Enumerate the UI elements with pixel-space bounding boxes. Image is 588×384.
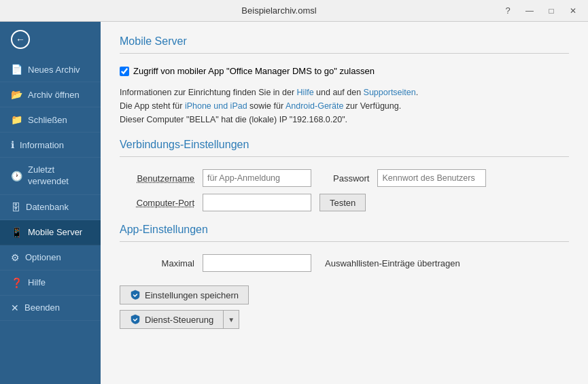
sidebar-item-label: Information (20, 140, 64, 150)
info-line1-text: Informationen zur Einrichtung finden Sie… (120, 88, 297, 97)
hilfe-icon: ❓ (11, 277, 22, 288)
back-icon: ← (11, 30, 30, 49)
sidebar-item-label: Schließen (28, 115, 67, 125)
verbindungs-heading: Verbindungs-Einstellungen (120, 139, 569, 151)
hilfe-link[interactable]: Hilfe (297, 88, 314, 97)
title-bar: Beispielarchiv.omsl ? — □ ✕ (0, 0, 588, 22)
dropdown-arrow-icon: ▼ (228, 316, 235, 324)
info-period: . (416, 88, 418, 97)
computer-port-label: Computer-Port (120, 198, 194, 208)
einstellungen-speichern-label: Einstellungen speichern (145, 290, 239, 300)
datenbank-icon: 🗄 (11, 202, 20, 213)
shield-dienst-icon (130, 314, 141, 325)
sidebar-item-hilfe[interactable]: ❓ Hilfe (0, 270, 101, 296)
sidebar-item-neues-archiv[interactable]: 📄 Neues Archiv (0, 57, 101, 82)
einstellungen-speichern-button[interactable]: Einstellungen speichern (120, 285, 249, 304)
dienst-steuerung-main-button[interactable]: Dienst-Steuerung (120, 310, 223, 329)
sidebar-item-label: Beenden (24, 302, 60, 313)
mobile-server-icon: 📱 (11, 227, 22, 238)
bottom-buttons: Einstellungen speichern Dienst-Steuerung… (120, 285, 569, 329)
information-icon: ℹ (11, 139, 14, 150)
testen-button[interactable]: Testen (319, 194, 366, 211)
maximal-row: Maximal 100 Auswahllisten-Einträge übert… (120, 254, 569, 272)
mobile-server-heading: Mobile Server (120, 35, 569, 48)
window-title: Beispielarchiv.omsl (60, 5, 498, 16)
computer-port-input[interactable]: 211 (203, 194, 311, 211)
sidebar-item-mobile-server[interactable]: 📱 Mobile Server (0, 220, 101, 245)
info-end2-text: zur Verfügung. (343, 101, 401, 111)
maximal-input[interactable]: 100 (203, 254, 311, 272)
sidebar-item-label: Optionen (25, 252, 61, 262)
sidebar-item-optionen[interactable]: ⚙ Optionen (0, 245, 101, 270)
passwort-input[interactable] (377, 169, 486, 187)
app-heading: App-Einstellungen (120, 224, 569, 236)
access-checkbox-label: Zugriff von mobiler App "Office Manager … (133, 66, 375, 76)
benutzername-label: Benutzername (120, 173, 194, 184)
beenden-icon: ✕ (11, 302, 19, 313)
supportseiten-link[interactable]: Supportseiten (364, 88, 416, 97)
sidebar-item-beenden[interactable]: ✕ Beenden (0, 296, 101, 321)
info-line3-text: Dieser Computer "BELLA" hat die (lokale)… (120, 115, 347, 124)
maximize-button[interactable]: □ (542, 3, 561, 18)
android-link[interactable]: Android-Geräte (286, 101, 343, 111)
computer-port-row: Computer-Port 211 Testen (120, 194, 569, 211)
info-text-block: Informationen zur Einrichtung finden Sie… (120, 86, 569, 126)
schliessen-icon: 📁 (11, 114, 22, 125)
sidebar-item-label: Zuletzt verwendet (28, 164, 90, 188)
close-button[interactable]: ✕ (564, 3, 583, 18)
sidebar: ← 📄 Neues Archiv 📂 Archiv öffnen 📁 Schli… (0, 22, 101, 384)
sidebar-item-archiv-offnen[interactable]: 📂 Archiv öffnen (0, 82, 101, 107)
main-layout: ← 📄 Neues Archiv 📂 Archiv öffnen 📁 Schli… (0, 22, 588, 384)
verbindungs-section: Verbindungs-Einstellungen Benutzername P… (120, 139, 569, 211)
app-einstellungen-section: App-Einstellungen Maximal 100 Auswahllis… (120, 224, 569, 272)
sidebar-item-label: Datenbank (26, 202, 69, 212)
sidebar-item-schliessen[interactable]: 📁 Schließen (0, 107, 101, 133)
heading-divider (120, 53, 569, 54)
info-line2-text: Die App steht für (120, 101, 185, 111)
help-button[interactable]: ? (498, 3, 517, 18)
sidebar-item-label: Mobile Server (28, 227, 82, 237)
benutzername-passwort-row: Benutzername Passwort (120, 169, 569, 187)
sidebar-item-zuletzt-verwendet[interactable]: 🕐 Zuletzt verwendet (0, 158, 101, 195)
shield-save-icon (130, 290, 141, 300)
content-area: Mobile Server Zugriff von mobiler App "O… (101, 22, 588, 384)
sidebar-item-label: Hilfe (28, 277, 46, 287)
sidebar-item-label: Archiv öffnen (28, 90, 80, 100)
window-controls: ? — □ ✕ (498, 3, 583, 18)
optionen-icon: ⚙ (11, 252, 20, 263)
zuletzt-verwendet-icon: 🕐 (11, 171, 22, 181)
minimize-button[interactable]: — (520, 3, 539, 18)
maximal-label: Maximal (120, 258, 194, 268)
dienst-steuerung-dropdown-button[interactable]: ▼ (223, 310, 239, 329)
archiv-offnen-icon: 📂 (11, 89, 22, 100)
sidebar-back-button[interactable]: ← (0, 22, 101, 57)
auswahl-text: Auswahllisten-Einträge übertragen (325, 258, 460, 268)
dienst-steuerung-label: Dienst-Steuerung (145, 315, 213, 325)
sidebar-item-label: Neues Archiv (28, 65, 80, 75)
neues-archiv-icon: 📄 (11, 64, 22, 75)
benutzername-input[interactable] (203, 169, 311, 187)
info-mid2-text: sowie für (247, 101, 286, 111)
access-checkbox-row: Zugriff von mobiler App "Office Manager … (120, 66, 569, 76)
access-checkbox[interactable] (120, 67, 129, 76)
info-mid1-text: und auf den (314, 88, 364, 97)
dienst-steuerung-split-button: Dienst-Steuerung ▼ (120, 310, 239, 329)
passwort-label: Passwort (333, 173, 369, 184)
verbindungs-divider (120, 156, 569, 157)
sidebar-item-information[interactable]: ℹ Information (0, 133, 101, 158)
app-divider (120, 241, 569, 242)
sidebar-item-datenbank[interactable]: 🗄 Datenbank (0, 195, 101, 220)
iphone-ipad-link[interactable]: iPhone und iPad (185, 101, 247, 111)
